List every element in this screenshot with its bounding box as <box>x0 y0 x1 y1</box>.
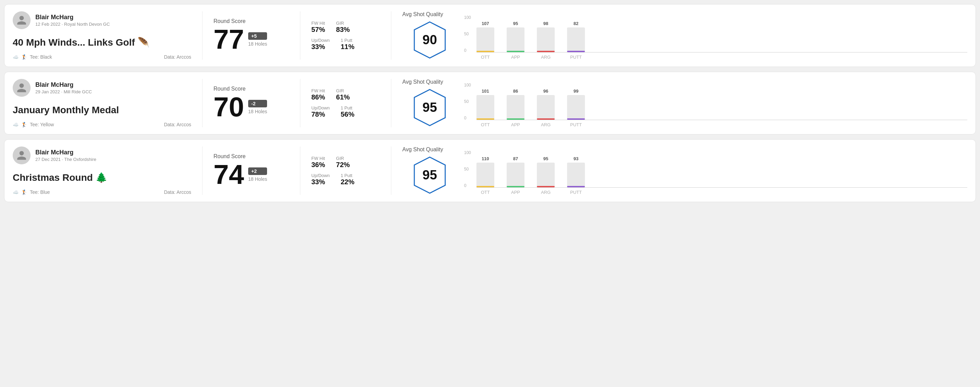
bar-group-arg: 95 <box>537 156 555 187</box>
bar-line-arg <box>537 51 555 52</box>
tee-info: ☁️🏌️Tee: Black <box>13 54 52 60</box>
bar-line-arg <box>537 186 555 187</box>
quality-label: Avg Shot Quality <box>402 146 443 153</box>
gir-label: GIR <box>336 88 350 93</box>
chart-section: 100500101869699OTTAPPARGPUTT <box>457 79 967 127</box>
bar-value-arg: 95 <box>543 156 548 161</box>
up-down-label: Up/Down <box>311 105 329 111</box>
fw-hit-label: FW Hit <box>311 21 325 26</box>
score-holes: 18 Holes <box>248 41 267 47</box>
fw-hit-label: FW Hit <box>311 156 325 161</box>
divider <box>391 146 391 195</box>
fw-hit-label: FW Hit <box>311 88 325 93</box>
bottom-row: ☁️🏌️Tee: YellowData: Arccos <box>13 122 191 127</box>
divider <box>391 11 391 60</box>
up-down-value: 33% <box>311 178 329 186</box>
up-down-stat: Up/Down33% <box>311 38 329 51</box>
one-putt-label: 1 Putt <box>340 173 354 178</box>
one-putt-value: 11% <box>340 43 354 51</box>
score-holes: 18 Holes <box>248 109 267 114</box>
score-badge: -2 <box>248 100 267 107</box>
divider <box>391 79 391 127</box>
axis-label-ott: OTT <box>476 190 494 195</box>
quality-section: Avg Shot Quality 90 <box>402 11 457 60</box>
one-putt-stat: 1 Putt56% <box>340 105 354 118</box>
chart-wrapper: 100500110879593OTTAPPARGPUTT <box>464 150 967 195</box>
tee-label: Tee: Black <box>30 54 52 60</box>
bar-value-app: 87 <box>513 156 518 161</box>
round-score-label: Round Score <box>213 18 289 24</box>
user-header: Blair McHarg27 Dec 2021 · The Oxfordshir… <box>13 146 191 164</box>
score-section: Round Score74+218 Holes <box>213 146 289 195</box>
gir-value: 83% <box>336 26 350 33</box>
bar-value-app: 95 <box>513 21 518 26</box>
up-down-stat: Up/Down78% <box>311 105 329 118</box>
stats-section: FW Hit36%GIR72%Up/Down33%1 Putt22% <box>311 146 380 195</box>
bar-group-ott: 110 <box>476 156 494 187</box>
axis-label-putt: PUTT <box>567 190 585 195</box>
up-down-stat: Up/Down33% <box>311 173 329 186</box>
y-bot: 0 <box>464 183 471 188</box>
user-name: Blair McHarg <box>35 149 97 156</box>
up-down-label: Up/Down <box>311 173 329 178</box>
hexagon-score: 90 <box>423 33 437 48</box>
bar-app <box>507 27 525 52</box>
stats-section: FW Hit57%GIR83%Up/Down33%1 Putt11% <box>311 11 380 60</box>
bar-value-app: 86 <box>513 89 518 94</box>
one-putt-stat: 1 Putt22% <box>340 173 354 186</box>
fw-hit-value: 57% <box>311 26 325 33</box>
score-badge: +5 <box>248 32 267 40</box>
y-top: 100 <box>464 15 471 20</box>
axis-label-app: APP <box>507 54 525 60</box>
stats-row-bottom: Up/Down78%1 Putt56% <box>311 105 380 118</box>
score-details: +218 Holes <box>248 167 267 182</box>
one-putt-stat: 1 Putt11% <box>340 38 354 51</box>
bar-app <box>507 163 525 187</box>
bar-group-putt: 93 <box>567 156 585 187</box>
stats-section: FW Hit86%GIR61%Up/Down78%1 Putt56% <box>311 79 380 127</box>
bar-ott <box>476 163 494 187</box>
fw-hit-stat: FW Hit86% <box>311 88 325 101</box>
round-title: Christmas Round 🌲 <box>13 172 191 183</box>
y-mid: 50 <box>464 167 471 171</box>
y-mid: 50 <box>464 99 471 104</box>
bars-row: 101869699 <box>476 89 967 120</box>
chart-axis-row: OTTAPPARGPUTT <box>476 122 967 127</box>
gir-label: GIR <box>336 156 350 161</box>
score-section: Round Score70-218 Holes <box>213 79 289 127</box>
one-putt-label: 1 Putt <box>340 105 354 111</box>
chart-section: 100500110879593OTTAPPARGPUTT <box>457 146 967 195</box>
round-score-label: Round Score <box>213 86 289 92</box>
score-number: 74 <box>213 161 244 188</box>
gir-stat: GIR83% <box>336 21 350 33</box>
stats-row-top: FW Hit36%GIR72% <box>311 156 380 169</box>
y-bot: 0 <box>464 116 471 121</box>
bar-group-putt: 82 <box>567 21 585 52</box>
bars-row: 107959882 <box>476 22 967 52</box>
bar-line-putt <box>567 118 585 120</box>
left-section: Blair McHarg29 Jan 2022 · Mill Ride GCCJ… <box>13 79 191 127</box>
bar-value-ott: 107 <box>482 21 489 26</box>
score-number: 70 <box>213 93 244 121</box>
bar-putt <box>567 163 585 187</box>
axis-label-ott: OTT <box>476 122 494 127</box>
avatar <box>13 79 30 97</box>
up-down-value: 33% <box>311 43 329 51</box>
tee-label: Tee: Yellow <box>30 122 54 127</box>
bar-group-arg: 98 <box>537 21 555 52</box>
bottom-row: ☁️🏌️Tee: BlackData: Arccos <box>13 54 191 60</box>
quality-section: Avg Shot Quality 95 <box>402 79 457 127</box>
user-info: Blair McHarg12 Feb 2022 · Royal North De… <box>35 14 110 27</box>
axis-label-arg: ARG <box>537 190 555 195</box>
user-name: Blair McHarg <box>35 14 110 21</box>
quality-label: Avg Shot Quality <box>402 79 443 85</box>
bottom-row: ☁️🏌️Tee: BlueData: Arccos <box>13 189 191 195</box>
chart-y-axis: 100500 <box>464 82 471 121</box>
one-putt-value: 22% <box>340 178 354 186</box>
score-main: 77+518 Holes <box>213 26 289 53</box>
stats-row-top: FW Hit86%GIR61% <box>311 88 380 101</box>
bar-line-app <box>507 186 525 187</box>
one-putt-value: 56% <box>340 111 354 118</box>
data-source: Data: Arccos <box>164 189 191 195</box>
round-title: January Monthly Medal <box>13 105 191 116</box>
